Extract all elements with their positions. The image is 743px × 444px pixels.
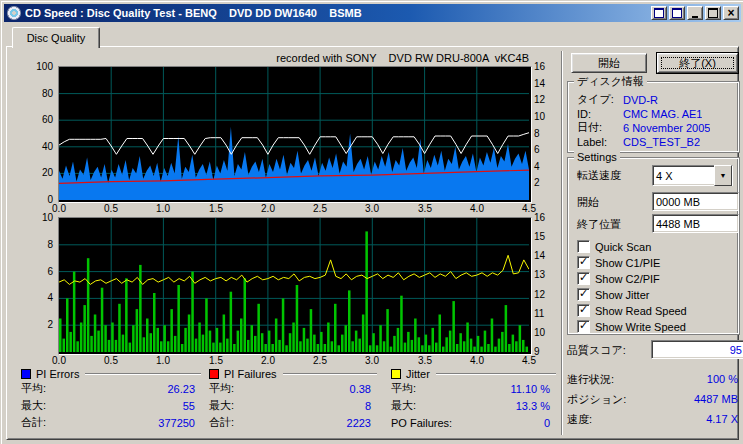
axis-tick-label: 2: [534, 177, 540, 189]
stat-row: 最大:13.3 %: [391, 397, 556, 414]
stat-row: 合計:2223: [209, 414, 377, 431]
disc-info-group-title: ディスク情報: [574, 75, 647, 87]
stat-value: 377250: [158, 417, 195, 429]
window-title: CD Speed : Disc Quality Test - BENQ DVD …: [25, 7, 649, 19]
disc-type-row: タイプ:DVD-R: [577, 93, 734, 106]
axis-tick-label: 3.0: [359, 203, 385, 215]
pi-errors-right-axis: 161412108642: [532, 67, 558, 200]
axis-tick-label: 2.5: [307, 203, 333, 215]
position-label: ポジション:: [567, 392, 626, 407]
stat-value: 0: [544, 417, 550, 429]
speed-row: 速度:4.17 X: [567, 412, 738, 426]
axis-tick-label: 3.0: [359, 355, 385, 367]
disc-id-row: ID:CMC MAG. AE1: [577, 107, 734, 120]
stat-label: 平均:: [391, 381, 416, 396]
transfer-speed-select[interactable]: 4 X ▼: [652, 165, 733, 186]
pi-errors-left-axis: 100806040200: [27, 67, 55, 200]
pi-failures-x-axis: 0.00.51.01.52.02.53.03.54.04.5: [59, 355, 529, 367]
start-button[interactable]: 開始: [571, 53, 647, 73]
stat-row: 最大:8: [209, 397, 377, 414]
progress-row: 進行状況:100 %: [567, 372, 738, 386]
axis-tick-label: 12: [534, 289, 545, 301]
axis-tick-label: 10: [42, 212, 53, 224]
maximize-button[interactable]: [705, 6, 721, 20]
exit-button[interactable]: 終了(X): [657, 53, 738, 73]
position-value: 4487 MB: [694, 393, 738, 405]
window-icon: [654, 8, 664, 18]
title-bar: CD Speed : Disc Quality Test - BENQ DVD …: [4, 4, 741, 22]
axis-tick-label: 3.5: [412, 203, 438, 215]
axis-tick-label: 4.0: [464, 203, 490, 215]
stat-label: PO Failures:: [391, 417, 452, 429]
checkbox-show-c1-pie[interactable]: Show C1/PIE: [577, 256, 660, 269]
axis-tick-label: 1.0: [150, 355, 176, 367]
axis-tick-label: 4.0: [464, 355, 490, 367]
axis-tick-label: 100: [36, 61, 53, 73]
axis-tick-label: 1.0: [150, 203, 176, 215]
checkbox-box[interactable]: [577, 240, 590, 253]
pi-errors-x-axis: 0.00.51.01.52.02.53.03.54.04.5: [59, 203, 529, 215]
checkbox-box[interactable]: [577, 304, 590, 317]
stat-value: 26.23: [167, 383, 195, 395]
stat-row: 平均:26.23: [21, 380, 201, 397]
tab-disc-quality[interactable]: Disc Quality: [12, 27, 100, 48]
stat-row: PO Failures:0: [391, 414, 556, 431]
axis-tick-label: 16: [534, 212, 545, 224]
minimize-button[interactable]: [687, 6, 703, 20]
stat-label: 平均:: [21, 381, 46, 396]
chevron-down-icon[interactable]: ▼: [714, 165, 732, 186]
app-disc-icon: [7, 6, 21, 20]
quality-score-label: 品質スコア:: [567, 343, 626, 358]
start-position-field[interactable]: 0000 MB: [652, 192, 739, 211]
transfer-speed-value: 4 X: [653, 170, 714, 182]
maximize-icon: [708, 8, 718, 18]
axis-tick-label: 2.0: [255, 203, 281, 215]
window-extra-button-1[interactable]: [651, 6, 667, 20]
recorded-with-text: recorded with SONY DVD RW DRU-800A vKC4B: [59, 52, 529, 64]
axis-tick-label: 0.0: [46, 355, 72, 367]
axis-tick-label: 1.5: [203, 355, 229, 367]
checkbox-box[interactable]: [577, 256, 590, 269]
axis-tick-label: 2: [47, 319, 53, 331]
checkbox-box[interactable]: [577, 288, 590, 301]
checkbox-show-read-speed[interactable]: Show Read Speed: [577, 304, 687, 317]
checkbox-show-c2-pif[interactable]: Show C2/PIF: [577, 272, 660, 285]
axis-tick-label: 3.5: [412, 355, 438, 367]
axis-tick-label: 4: [47, 292, 53, 304]
pi-errors-stats-title: PI Errors: [36, 368, 79, 380]
axis-tick-label: 14: [534, 78, 545, 90]
stat-row: 平均:11.10 %: [391, 380, 556, 397]
axis-tick-label: 4: [534, 161, 540, 173]
axis-tick-label: 8: [47, 239, 53, 251]
speed-label: 速度:: [567, 412, 592, 427]
axis-tick-label: 2.5: [307, 355, 333, 367]
stat-value: 11.10 %: [510, 383, 550, 395]
divider: [283, 373, 377, 375]
minimize-icon: [692, 16, 698, 18]
axis-tick-label: 14: [534, 250, 545, 262]
axis-tick-label: 20: [42, 167, 53, 179]
checkbox-box[interactable]: [577, 272, 590, 285]
stat-value: 2223: [347, 417, 371, 429]
window-extra-button-2[interactable]: [669, 6, 685, 20]
close-icon: ×: [727, 8, 734, 18]
checkbox-show-write-speed[interactable]: Show Write Speed: [577, 320, 686, 333]
app-window: CD Speed : Disc Quality Test - BENQ DVD …: [0, 0, 743, 444]
speed-value: 4.17 X: [706, 413, 738, 425]
stat-label: 最大:: [21, 398, 46, 413]
checkbox-box[interactable]: [577, 320, 590, 333]
stat-label: 最大:: [391, 398, 416, 413]
stat-value: 13.3 %: [516, 400, 550, 412]
axis-tick-label: 80: [42, 88, 53, 100]
pi-errors-legend-swatch: [21, 369, 31, 379]
end-position-field[interactable]: 4488 MB: [652, 214, 739, 233]
stat-value: 8: [365, 400, 371, 412]
close-button[interactable]: ×: [723, 6, 739, 20]
panel-divider: [561, 51, 563, 435]
checkbox-show-jitter[interactable]: Show Jitter: [577, 288, 649, 301]
checkbox-quick-scan[interactable]: Quick Scan: [577, 240, 651, 253]
axis-tick-label: 8: [534, 128, 540, 140]
axis-tick-label: 13: [534, 269, 545, 281]
tab-label: Disc Quality: [27, 32, 86, 44]
stat-row: 最大:55: [21, 397, 201, 414]
